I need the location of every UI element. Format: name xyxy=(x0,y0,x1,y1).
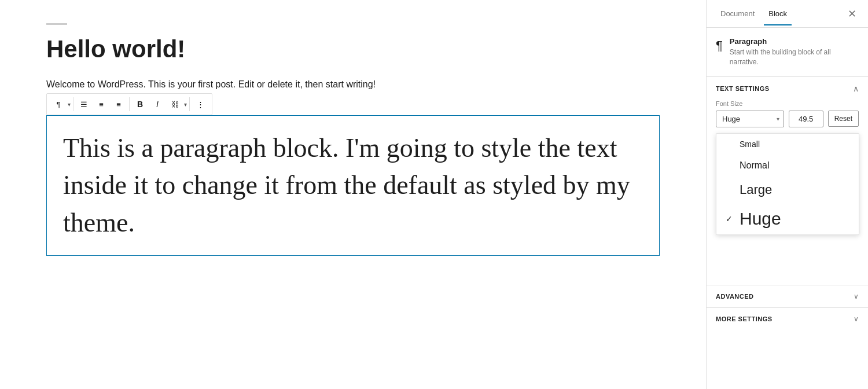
link-button[interactable]: ⛓ xyxy=(167,96,183,112)
paragraph-icon: ¶ xyxy=(57,100,61,109)
post-title[interactable]: Hello world! xyxy=(46,35,660,63)
block-toolbar: ¶ ▾ ☰ ≡ ≡ B I ⛓ ▾ ⋮ xyxy=(46,93,212,115)
text-settings-collapse-button[interactable]: ∧ xyxy=(853,84,859,93)
toolbar-divider-3 xyxy=(189,97,190,111)
paragraph-block[interactable]: This is a paragraph block. I'm going to … xyxy=(46,115,660,256)
sidebar-tabs: Document Block ✕ xyxy=(707,0,868,28)
bold-button[interactable]: B xyxy=(132,96,148,112)
toolbar-divider-1 xyxy=(73,97,73,111)
align-center-button[interactable]: ≡ xyxy=(93,96,109,112)
more-settings-chevron-icon: ∨ xyxy=(854,315,859,323)
title-separator xyxy=(46,23,67,25)
block-type-icon: ¶ xyxy=(716,38,723,53)
align-left-icon: ☰ xyxy=(80,100,87,109)
small-label: Small xyxy=(740,140,760,149)
text-settings-title: Text Settings xyxy=(716,85,770,92)
more-settings-title: More Settings xyxy=(716,315,773,322)
link-dropdown-arrow: ▾ xyxy=(184,101,187,108)
more-settings-section: More Settings ∨ xyxy=(707,307,868,330)
text-settings-section: Text Settings ∧ Font Size Small Normal L… xyxy=(707,77,868,134)
more-settings-header[interactable]: More Settings ∨ xyxy=(716,315,859,323)
align-left-button[interactable]: ☰ xyxy=(76,96,92,112)
advanced-chevron-icon: ∨ xyxy=(854,292,859,300)
link-icon: ⛓ xyxy=(171,100,179,109)
font-size-select[interactable]: Small Normal Large Huge xyxy=(716,111,784,127)
align-center-icon: ≡ xyxy=(99,100,104,109)
dropdown-item-huge[interactable]: ✓ Huge xyxy=(716,203,859,234)
huge-label: Huge xyxy=(740,209,781,229)
large-label: Large xyxy=(740,182,772,197)
text-settings-header: Text Settings ∧ xyxy=(716,84,859,93)
tab-block[interactable]: Block xyxy=(764,2,792,25)
font-size-select-wrapper: Small Normal Large Huge ▾ xyxy=(716,111,784,127)
block-info: ¶ Paragraph Start with the building bloc… xyxy=(707,28,868,77)
reset-font-size-button[interactable]: Reset xyxy=(828,111,859,127)
more-options-button[interactable]: ⋮ xyxy=(192,96,208,112)
advanced-title: Advanced xyxy=(716,293,754,300)
dropdown-item-large[interactable]: Large xyxy=(716,177,859,203)
block-info-text: Paragraph Start with the building block … xyxy=(730,37,859,67)
font-size-row: Small Normal Large Huge ▾ Reset xyxy=(716,111,859,127)
font-size-number-input[interactable] xyxy=(789,111,823,127)
paragraph-type-button[interactable]: ¶ xyxy=(50,96,67,112)
welcome-paragraph: Welcome to WordPress. This is your first… xyxy=(46,79,660,90)
font-size-label: Font Size xyxy=(716,100,859,107)
normal-label: Normal xyxy=(740,160,770,171)
font-size-dropdown: Small Normal Large ✓ Huge xyxy=(716,133,859,235)
toolbar-dropdown-arrow: ▾ xyxy=(68,101,71,108)
editor-area: Hello world! Welcome to WordPress. This … xyxy=(0,0,706,389)
sidebar: Document Block ✕ ¶ Paragraph Start with … xyxy=(706,0,868,389)
align-right-button[interactable]: ≡ xyxy=(111,96,127,112)
dropdown-item-normal[interactable]: Normal xyxy=(716,155,859,177)
align-right-icon: ≡ xyxy=(116,100,121,109)
huge-check-icon: ✓ xyxy=(726,214,735,223)
paragraph-block-text[interactable]: This is a paragraph block. I'm going to … xyxy=(63,130,643,241)
block-name: Paragraph xyxy=(730,37,859,46)
toolbar-divider-2 xyxy=(129,97,130,111)
close-sidebar-button[interactable]: ✕ xyxy=(845,5,859,23)
italic-button[interactable]: I xyxy=(149,96,165,112)
advanced-header[interactable]: Advanced ∨ xyxy=(716,292,859,300)
dropdown-item-small[interactable]: Small xyxy=(716,134,859,155)
tab-document[interactable]: Document xyxy=(716,2,759,25)
advanced-section: Advanced ∨ xyxy=(707,285,868,307)
block-description: Start with the building block of all nar… xyxy=(730,47,859,67)
